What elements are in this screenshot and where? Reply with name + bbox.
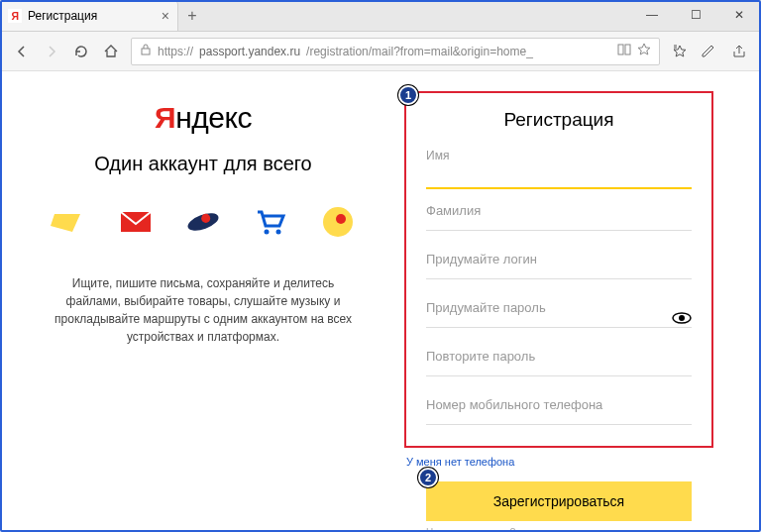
first-name-input[interactable] (426, 164, 692, 189)
browser-tab[interactable]: Я Регистрация × (0, 1, 178, 31)
last-name-label: Фамилия (426, 203, 692, 218)
right-panel: 1 Регистрация Имя Фамилия Придумайте лог… (386, 91, 741, 532)
svg-point-9 (276, 230, 281, 235)
svg-point-7 (201, 214, 210, 223)
password-field: Придумайте пароль (426, 300, 692, 335)
last-name-input[interactable] (426, 229, 692, 231)
first-name-label: Имя (426, 149, 692, 162)
disk-icon (50, 203, 87, 241)
forward-button[interactable] (42, 42, 61, 61)
login-field: Придумайте логин (426, 252, 692, 286)
yandex-favicon: Я (8, 9, 22, 23)
svg-point-8 (265, 230, 270, 235)
svg-rect-2 (142, 49, 150, 54)
svg-point-11 (336, 214, 346, 224)
password-input[interactable] (426, 326, 692, 328)
home-button[interactable] (101, 42, 121, 61)
back-button[interactable] (12, 42, 32, 61)
phone-field: Номер мобильного телефона (426, 397, 692, 432)
submit-button[interactable]: Зарегистрироваться (426, 481, 692, 521)
last-name-field: Фамилия (426, 203, 692, 238)
terms-note: Нажимая кнопку «Зарегистрироваться» (426, 527, 741, 532)
url-protocol: https:// (158, 45, 193, 58)
window-titlebar: Я Регистрация × + — ☐ ✕ (0, 0, 761, 32)
share-icon[interactable] (729, 42, 749, 61)
favorites-icon[interactable] (670, 42, 690, 61)
tab-title: Регистрация (28, 9, 97, 23)
lock-icon (140, 44, 152, 58)
registration-form: 1 Регистрация Имя Фамилия Придумайте лог… (404, 91, 713, 448)
login-label: Придумайте логин (426, 252, 692, 266)
callout-badge-2: 2 (418, 468, 438, 487)
yandex-logo: Яндекс (40, 101, 367, 135)
notes-icon[interactable] (700, 42, 719, 61)
left-panel: Яндекс Один аккаунт для всего Ищите, пиш… (20, 91, 386, 532)
star-icon[interactable] (637, 43, 651, 59)
url-path: /registration/mail?from=mail&origin=home… (306, 45, 533, 58)
close-button[interactable]: ✕ (717, 0, 761, 31)
svg-rect-3 (618, 45, 623, 54)
music-icon (319, 203, 357, 241)
page-content: Яндекс Один аккаунт для всего Ищите, пиш… (0, 71, 761, 532)
form-title: Регистрация (426, 109, 692, 131)
svg-point-13 (679, 315, 685, 321)
eye-icon[interactable] (672, 311, 692, 329)
refresh-button[interactable] (71, 42, 91, 61)
phone-label: Номер мобильного телефона (426, 397, 692, 412)
browser-icon (184, 203, 222, 241)
svg-rect-4 (625, 45, 630, 54)
first-name-field: Имя (426, 149, 692, 189)
close-icon[interactable]: × (162, 8, 169, 24)
services-row (40, 203, 367, 241)
new-tab-button[interactable]: + (178, 1, 206, 31)
password-label: Придумайте пароль (426, 300, 692, 315)
url-input[interactable]: https://passport.yandex.ru/registration/… (131, 38, 660, 65)
market-icon (252, 203, 289, 241)
password-repeat-input[interactable] (426, 374, 692, 376)
password-repeat-field: Повторите пароль (426, 349, 692, 383)
callout-badge-1: 1 (398, 85, 418, 105)
login-input[interactable] (426, 277, 692, 279)
url-host: passport.yandex.ru (199, 45, 300, 58)
svg-text:Я: Я (12, 10, 20, 22)
tagline: Один аккаунт для всего (40, 153, 367, 175)
reading-view-icon[interactable] (617, 43, 631, 59)
mail-icon (117, 203, 155, 241)
minimize-button[interactable]: — (630, 0, 674, 31)
maximize-button[interactable]: ☐ (674, 0, 717, 31)
password-repeat-label: Повторите пароль (426, 349, 692, 364)
address-bar: https://passport.yandex.ru/registration/… (0, 32, 761, 71)
description-text: Ищите, пишите письма, сохраняйте и делит… (40, 274, 367, 346)
no-phone-link[interactable]: У меня нет телефона (406, 456, 741, 468)
phone-input[interactable] (426, 423, 692, 425)
